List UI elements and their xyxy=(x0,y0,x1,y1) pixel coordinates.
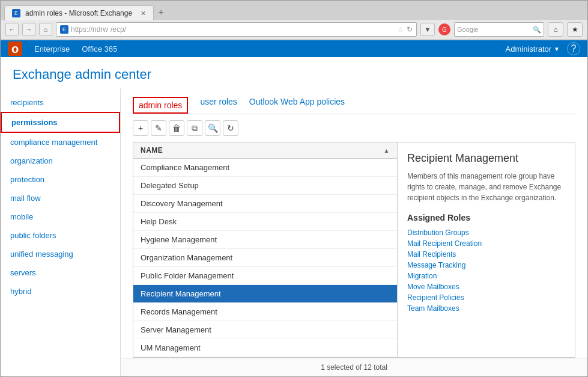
sidebar-item-servers[interactable]: servers xyxy=(1,263,120,282)
search-icon[interactable]: 🔍 xyxy=(533,26,541,34)
help-button[interactable]: ? xyxy=(567,42,580,55)
content-header: admin roles user roles Outlook Web App p… xyxy=(121,88,587,114)
detail-panel: Recipient Management Members of this man… xyxy=(398,143,575,357)
page-title: Exchange admin center xyxy=(13,67,575,82)
role-item[interactable]: Distribution Groups xyxy=(407,227,565,238)
admin-dropdown[interactable]: Administrator ▼ xyxy=(506,44,560,54)
search-label: Google xyxy=(457,26,478,33)
name-column-label: NAME xyxy=(141,146,163,155)
tab-bar: E admin roles - Microsoft Exchange ✕ + xyxy=(1,1,587,20)
browser-bookmark-btn[interactable]: ★ xyxy=(567,22,583,37)
sidebar-item-mail-flow[interactable]: mail flow xyxy=(1,189,120,207)
tab-admin-roles[interactable]: admin roles xyxy=(133,97,188,114)
copy-button[interactable]: ⧉ xyxy=(187,120,202,136)
search-box[interactable]: Google 🔍 xyxy=(454,22,544,37)
role-item[interactable]: Migration xyxy=(407,271,565,281)
selection-status: 1 selected of 12 total xyxy=(321,363,387,372)
role-item[interactable]: Mail Recipient Creation xyxy=(407,238,565,249)
tab-title: admin roles - Microsoft Exchange xyxy=(25,9,132,17)
admin-dropdown-icon: ▼ xyxy=(554,46,560,52)
sidebar-item-hybrid[interactable]: hybrid xyxy=(1,282,120,301)
table-row[interactable]: Compliance Management xyxy=(133,159,397,177)
detail-title: Recipient Management xyxy=(407,152,565,165)
table-row[interactable]: UM Management xyxy=(133,339,397,357)
table-row[interactable]: Help Desk xyxy=(133,213,397,231)
url-right: /ecp/ xyxy=(111,25,126,34)
assigned-roles-title: Assigned Roles xyxy=(407,213,565,222)
table-row[interactable]: Delegated Setup xyxy=(133,177,397,195)
sidebar-item-protection[interactable]: protection xyxy=(1,170,120,189)
url-favicon: E xyxy=(60,25,68,34)
sidebar-item-public-folders[interactable]: public folders xyxy=(1,226,120,245)
sidebar-item-mobile[interactable]: mobile xyxy=(1,207,120,226)
sidebar-item-permissions[interactable]: permissions xyxy=(1,112,120,133)
url-left: https://ndrw xyxy=(71,25,108,34)
url-input[interactable]: E https://ndrw /ecp/ ☆ ↻ xyxy=(56,22,417,37)
table-row[interactable]: Server Management xyxy=(133,321,397,339)
add-button[interactable]: + xyxy=(133,120,148,136)
table-body: Compliance Management Delegated Setup Di… xyxy=(133,159,397,357)
table-container: NAME ▲ Compliance Management Delegated S… xyxy=(133,142,575,358)
admin-label: Administrator xyxy=(506,44,552,54)
sidebar-item-recipients[interactable]: recipients xyxy=(1,93,120,112)
role-item[interactable]: Team Mailboxes xyxy=(407,303,565,314)
tab-outlook-web-app-policies[interactable]: Outlook Web App policies xyxy=(249,94,345,109)
table-row[interactable]: Hygiene Management xyxy=(133,231,397,249)
toolbar: + ✎ 🗑 ⧉ 🔍 ↻ xyxy=(121,114,587,142)
table-row-selected[interactable]: Recipient Management xyxy=(133,285,397,303)
browser-menu-button[interactable]: ▼ xyxy=(420,23,435,36)
table-left: NAME ▲ Compliance Management Delegated S… xyxy=(133,143,398,357)
table-row[interactable]: Public Folder Management xyxy=(133,267,397,285)
office-logo: o xyxy=(8,41,22,56)
back-button[interactable]: ← xyxy=(5,23,19,36)
detail-description: Members of this management role group ha… xyxy=(407,171,565,203)
role-item[interactable]: Mail Recipients xyxy=(407,249,565,260)
star-icon[interactable]: ☆ xyxy=(397,25,404,34)
table-row[interactable]: Discovery Management xyxy=(133,195,397,213)
address-bar: ← → ⌂ E https://ndrw /ecp/ ☆ ↻ ▼ G Googl… xyxy=(1,20,587,40)
google-icon: G xyxy=(438,23,450,35)
refresh-button[interactable]: ↻ xyxy=(223,120,238,136)
role-item[interactable]: Move Mailboxes xyxy=(407,281,565,292)
sidebar-item-compliance[interactable]: compliance management xyxy=(1,133,120,152)
role-item[interactable]: Message Tracking xyxy=(407,260,565,271)
office-365-link[interactable]: Office 365 xyxy=(82,44,117,54)
role-item[interactable]: Recipient Policies xyxy=(407,292,565,303)
delete-button[interactable]: 🗑 xyxy=(169,120,184,136)
browser-home-btn[interactable]: ⌂ xyxy=(548,22,563,37)
tab-user-roles[interactable]: user roles xyxy=(200,94,237,109)
tab-close-icon[interactable]: ✕ xyxy=(141,10,146,17)
content-area: admin roles user roles Outlook Web App p… xyxy=(121,88,587,376)
refresh-url-icon[interactable]: ↻ xyxy=(407,25,413,34)
new-tab-button[interactable]: + xyxy=(154,4,168,20)
table-row[interactable]: Organization Management xyxy=(133,249,397,267)
app-wrapper: E admin roles - Microsoft Exchange ✕ + ←… xyxy=(0,0,588,377)
tabs-row: admin roles user roles Outlook Web App p… xyxy=(133,94,575,114)
office-right: Administrator ▼ ? xyxy=(506,42,580,55)
status-bar: 1 selected of 12 total xyxy=(121,358,587,376)
office-top-bar: o Enterprise Office 365 Administrator ▼ … xyxy=(1,40,587,57)
browser-tab[interactable]: E admin roles - Microsoft Exchange ✕ xyxy=(4,5,154,20)
sidebar-item-organization[interactable]: organization xyxy=(1,152,120,170)
sort-arrow[interactable]: ▲ xyxy=(384,147,390,154)
forward-button[interactable]: → xyxy=(22,23,35,36)
browser-chrome: E admin roles - Microsoft Exchange ✕ + ←… xyxy=(1,1,587,40)
tab-icon: E xyxy=(12,9,20,17)
page-title-bar: Exchange admin center xyxy=(1,57,587,88)
sidebar: recipients permissions compliance manage… xyxy=(1,88,121,376)
search-button[interactable]: 🔍 xyxy=(205,120,220,136)
table-column-header: NAME ▲ xyxy=(133,143,397,159)
sidebar-item-unified-messaging[interactable]: unified messaging xyxy=(1,245,120,263)
home-button[interactable]: ⌂ xyxy=(39,23,52,36)
edit-button[interactable]: ✎ xyxy=(151,120,166,136)
table-row[interactable]: Records Management xyxy=(133,303,397,321)
main-container: recipients permissions compliance manage… xyxy=(1,88,587,376)
office-enterprise-link[interactable]: Enterprise xyxy=(34,44,70,54)
